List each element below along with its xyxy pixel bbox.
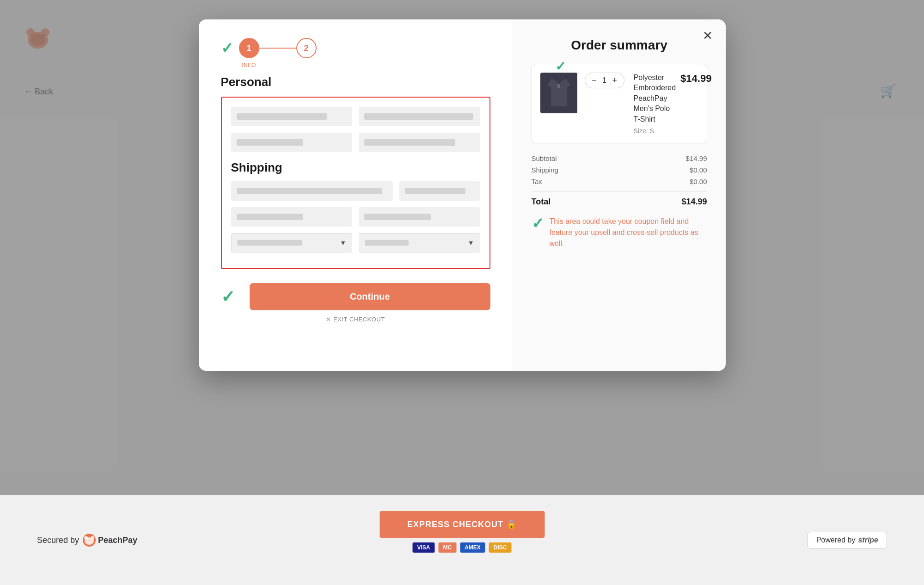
state-dropdown-arrow: ▼: [468, 239, 474, 246]
svg-rect-4: [557, 84, 560, 88]
exit-checkout-link[interactable]: ✕ EXIT CHECKOUT: [221, 316, 490, 323]
product-card: ✓ − 1 + Polyester Embro: [532, 64, 707, 143]
secured-label: Secured by: [37, 536, 79, 545]
left-panel: ✓ 1 INFO 2 Personal: [199, 19, 513, 371]
price-divider: [532, 191, 707, 191]
peachpay-logo: PeachPay: [83, 534, 137, 547]
personal-row-2: [231, 133, 480, 152]
shipping-title: Shipping: [231, 160, 480, 175]
tax-label: Tax: [532, 178, 542, 185]
continue-section: ✓ Continue: [221, 283, 490, 310]
product-checkmark: ✓: [555, 59, 566, 74]
step-1-wrapper: 1 INFO: [239, 38, 259, 58]
product-info: Polyester Embroidered PeachPay Men's Pol…: [634, 73, 676, 135]
state-select[interactable]: ▼: [359, 233, 480, 252]
amex-icon: AMEX: [460, 542, 485, 553]
checkout-modal: ✕ ✓ 1 INFO 2 Personal: [199, 19, 726, 371]
secured-by: Secured by PeachPay: [37, 534, 137, 547]
coupon-checkmark: ✓: [532, 216, 544, 231]
total-label: Total: [532, 197, 551, 207]
order-summary-title: Order summary: [532, 38, 707, 53]
product-price: $14.99: [680, 73, 711, 85]
qty-control: − 1 +: [585, 73, 624, 88]
country-dropdown-arrow: ▼: [340, 239, 346, 246]
continue-checkmark: ✓: [221, 287, 235, 307]
subtotal-value: $14.99: [686, 154, 707, 162]
close-button[interactable]: ✕: [703, 30, 713, 42]
address2-field[interactable]: [399, 181, 480, 201]
progress-steps: ✓ 1 INFO 2: [221, 38, 490, 58]
stripe-label: stripe: [858, 536, 878, 544]
svg-point-7: [91, 536, 94, 540]
shipping-label: Shipping: [532, 166, 558, 174]
express-checkout-area: EXPRESS CHECKOUT 🔒 VISA MC AMEX DISC: [379, 511, 545, 553]
step-2-wrapper: 2: [296, 38, 317, 58]
continue-button[interactable]: Continue: [250, 283, 490, 310]
coupon-note: ✓ This area could take your coupon field…: [532, 216, 707, 249]
shipping-row: Shipping $0.00: [532, 166, 707, 174]
shipping-row-3: ▼ ▼: [231, 233, 480, 252]
last-name-field[interactable]: [359, 107, 480, 126]
step-2-circle[interactable]: 2: [296, 38, 317, 58]
city-field[interactable]: [231, 207, 353, 227]
shipping-row-1: [231, 181, 480, 201]
qty-plus-button[interactable]: +: [609, 75, 620, 86]
product-image: [540, 73, 577, 113]
powered-label: Powered by: [816, 536, 856, 544]
personal-title: Personal: [221, 75, 490, 89]
coupon-text: This area could take your coupon field a…: [550, 216, 707, 249]
step-line: [259, 48, 296, 49]
bottom-bar: Secured by PeachPay EXPRESS CHECKOUT 🔒 V…: [0, 495, 924, 585]
express-checkout-button[interactable]: EXPRESS CHECKOUT 🔒: [379, 511, 545, 538]
shipping-value: $0.00: [690, 166, 707, 174]
discover-icon: DISC: [489, 542, 512, 553]
subtotal-row: Subtotal $14.99: [532, 154, 707, 162]
visa-icon: VISA: [412, 542, 434, 553]
subtotal-label: Subtotal: [532, 154, 557, 162]
zip-field[interactable]: [359, 207, 480, 227]
total-row: Total $14.99: [532, 197, 707, 207]
total-value: $14.99: [681, 197, 707, 207]
right-panel: Order summary ✓ − 1 +: [513, 19, 726, 371]
step-1-circle[interactable]: 1: [239, 38, 259, 58]
shipping-row-2: [231, 207, 480, 227]
svg-point-6: [84, 536, 88, 540]
powered-by-stripe: Powered by stripe: [808, 532, 887, 548]
first-name-field[interactable]: [231, 107, 353, 126]
peachpay-label: PeachPay: [98, 536, 137, 545]
phone-field[interactable]: [359, 133, 480, 152]
mastercard-icon: MC: [438, 542, 456, 553]
country-select[interactable]: ▼: [231, 233, 353, 252]
price-breakdown: Subtotal $14.99 Shipping $0.00 Tax $0.00…: [532, 154, 707, 207]
qty-number: 1: [600, 76, 609, 85]
step-checkmark: ✓: [221, 39, 233, 57]
tax-row: Tax $0.00: [532, 178, 707, 185]
product-size: Size: S: [634, 127, 676, 135]
tax-value: $0.00: [690, 178, 707, 185]
personal-row-1: [231, 107, 480, 126]
qty-minus-button[interactable]: −: [589, 75, 600, 86]
form-area: Shipping: [221, 97, 490, 269]
peachpay-icon: [83, 534, 96, 547]
step-1-label: INFO: [242, 62, 256, 68]
email-field[interactable]: [231, 133, 353, 152]
product-middle: − 1 + Polyester Embroidered PeachPay Men…: [585, 73, 712, 135]
product-name: Polyester Embroidered PeachPay Men's Pol…: [634, 73, 676, 124]
address-field[interactable]: [231, 181, 393, 201]
